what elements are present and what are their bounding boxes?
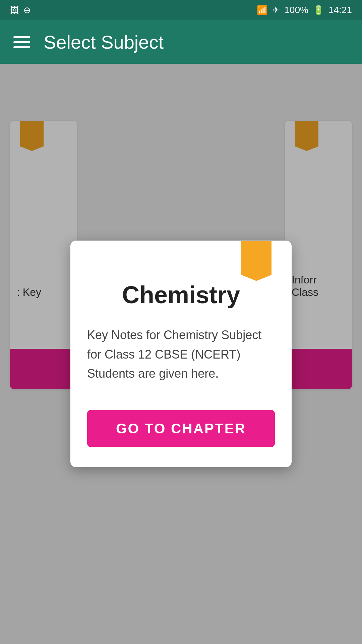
battery-percentage: 100%	[284, 5, 308, 15]
minus-circle-icon	[23, 5, 31, 15]
image-icon	[10, 5, 19, 15]
go-to-chapter-button[interactable]: GO TO CHAPTER	[87, 410, 275, 447]
status-bar: 100% 14:21	[0, 0, 362, 20]
main-content: : Key Inforr Class Chemistry Key Notes f…	[0, 64, 362, 644]
hamburger-line-3	[13, 46, 30, 48]
hamburger-line-1	[13, 36, 30, 38]
battery-icon	[313, 5, 324, 15]
status-bar-right: 100% 14:21	[257, 5, 352, 15]
modal-subject-title: Chemistry	[122, 281, 240, 309]
modal-bookmark-icon	[241, 241, 272, 281]
clock-time: 14:21	[328, 5, 352, 15]
app-bar: Select Subject	[0, 20, 362, 64]
hamburger-line-2	[13, 41, 30, 43]
hamburger-menu-button[interactable]	[13, 36, 30, 48]
modal-description: Key Notes for Chemistry Subject for Clas…	[87, 325, 275, 383]
subject-modal: Chemistry Key Notes for Chemistry Subjec…	[70, 241, 292, 467]
status-bar-left-icons	[10, 5, 31, 15]
wifi-icon	[257, 5, 267, 15]
airplane-icon	[272, 5, 280, 15]
page-title: Select Subject	[44, 31, 164, 53]
